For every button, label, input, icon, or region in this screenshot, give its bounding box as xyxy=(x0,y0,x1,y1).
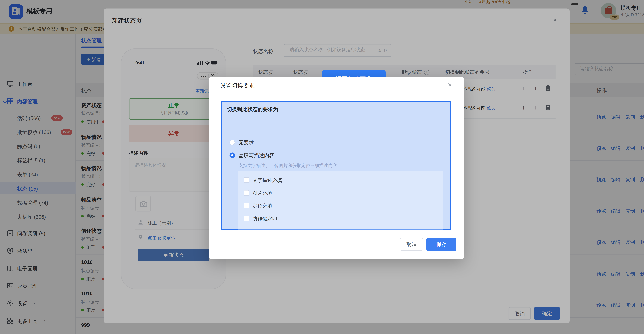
checkbox-location-required-label[interactable]: 定位必填 xyxy=(252,203,272,209)
option-need-description-label[interactable]: 需填写描述内容 xyxy=(238,152,274,159)
set-switch-requirement-dialog: 设置切换要求 × 切换到此状态的要求为: 无要求 需填写描述内容 支持文字描述、… xyxy=(210,77,464,259)
dialog-close-icon[interactable]: × xyxy=(448,82,452,88)
dialog-save-button[interactable]: 保存 xyxy=(426,238,456,251)
sub-options-panel: 文字描述必填 图片必填 定位必填 防作假水印 xyxy=(238,171,443,239)
dialog-cancel-button[interactable]: 取消 xyxy=(400,238,423,251)
checkbox-image-required[interactable] xyxy=(244,190,249,196)
app-root: 模板专用 4.0.1元/月起 ¥99/年起 VIP 模板专用 组织ID:7118… xyxy=(0,0,644,334)
checkbox-text-required[interactable] xyxy=(244,177,249,183)
checkbox-watermark[interactable] xyxy=(244,216,249,221)
checkbox-image-required-label[interactable]: 图片必填 xyxy=(252,190,272,196)
option-no-requirement-label[interactable]: 无要求 xyxy=(238,139,254,146)
radio-no-requirement[interactable] xyxy=(230,140,235,145)
radio-need-description[interactable] xyxy=(230,152,235,158)
option-helper-text: 支持文字描述、上传图片和获取定位三项描述内容 xyxy=(238,163,337,169)
requirement-question: 切换到此状态的要求为: xyxy=(227,106,280,113)
checkbox-location-required[interactable] xyxy=(244,203,249,208)
dialog-title: 设置切换要求 xyxy=(220,82,255,90)
checkbox-watermark-label[interactable]: 防作假水印 xyxy=(252,216,277,222)
checkbox-text-required-label[interactable]: 文字描述必填 xyxy=(252,177,282,184)
requirement-options-box: 切换到此状态的要求为: 无要求 需填写描述内容 支持文字描述、上传图片和获取定位… xyxy=(221,101,451,230)
